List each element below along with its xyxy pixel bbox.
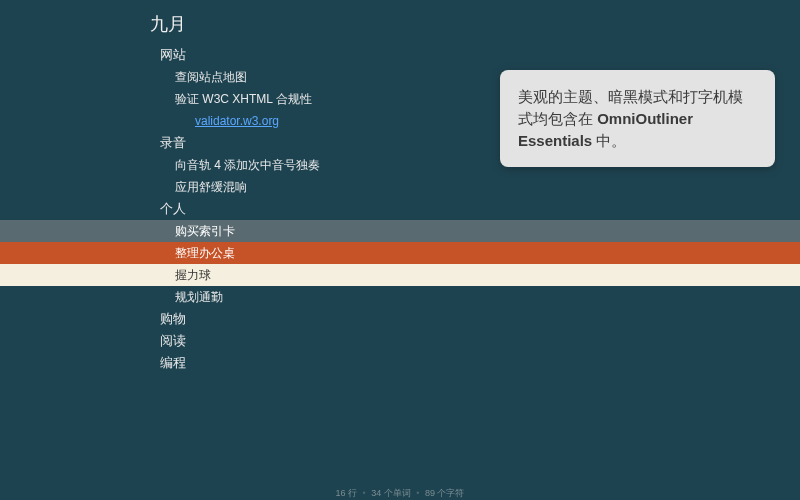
item-index-cards[interactable]: 购买索引卡 <box>0 220 800 242</box>
status-words-label: 个单词 <box>384 488 411 498</box>
document-title: 九月 <box>0 0 800 44</box>
status-rows-value: 16 <box>336 488 346 498</box>
status-separator: • <box>363 488 366 498</box>
section-shopping[interactable]: 购物 <box>0 308 800 330</box>
section-reading[interactable]: 阅读 <box>0 330 800 352</box>
status-words-value: 34 <box>371 488 381 498</box>
status-chars-label: 个字符 <box>437 488 464 498</box>
section-website[interactable]: 网站 <box>0 44 800 66</box>
item-grip-ball[interactable]: 握力球 <box>0 264 800 286</box>
status-bar: 16 行 • 34 个单词 • 89 个字符 <box>0 486 800 500</box>
validator-url-link[interactable]: validator.w3.org <box>195 114 279 128</box>
item-reverb[interactable]: 应用舒缓混响 <box>0 176 800 198</box>
section-coding[interactable]: 编程 <box>0 352 800 374</box>
status-chars-value: 89 <box>425 488 435 498</box>
item-plan-commute[interactable]: 规划通勤 <box>0 286 800 308</box>
tooltip-text-suffix: 中。 <box>592 132 626 149</box>
feature-tooltip: 美观的主题、暗黑模式和打字机模式均包含在 OmniOutliner Essent… <box>500 70 775 167</box>
item-tidy-desk[interactable]: 整理办公桌 <box>0 242 800 264</box>
section-personal[interactable]: 个人 <box>0 198 800 220</box>
status-rows-label: 行 <box>348 488 357 498</box>
status-separator: • <box>416 488 419 498</box>
